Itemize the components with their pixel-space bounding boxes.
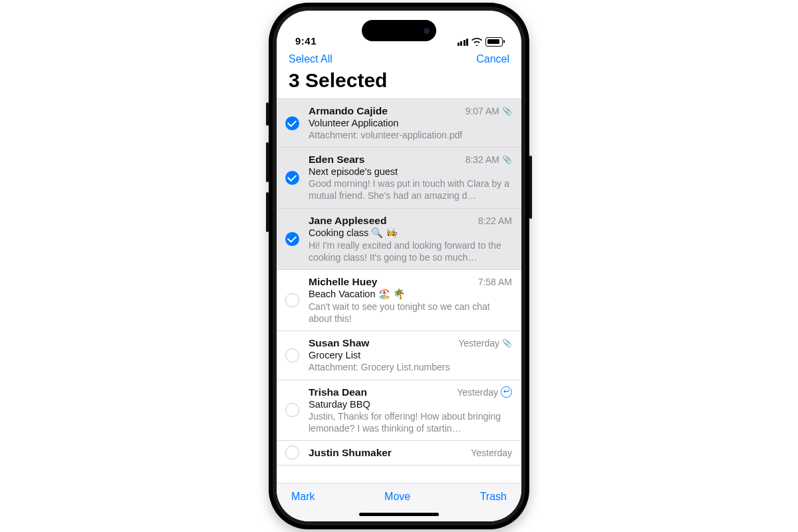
selection-checkbox[interactable] (285, 446, 299, 460)
reply-icon: ↩ (501, 386, 512, 398)
subject-label: Next episode's guest (309, 166, 512, 177)
sender-label: Jane Appleseed (309, 215, 478, 227)
silent-switch (266, 102, 269, 126)
selection-checkbox[interactable] (285, 348, 299, 362)
preview-label: Hi! I'm really excited and looking forwa… (309, 239, 512, 263)
message-list[interactable]: Armando Cajide9:07 AM 📎Volunteer Applica… (277, 98, 521, 483)
subject-label: Saturday BBQ (309, 399, 512, 410)
screen: 9:41 Select All Cancel 3 Selected Armand… (277, 11, 521, 521)
page-title: 3 Selected (277, 66, 521, 98)
select-all-button[interactable]: Select All (289, 53, 332, 65)
attachment-icon: 📎 (502, 155, 512, 164)
side-button (529, 156, 532, 219)
time-label: Yesterday (458, 338, 499, 348)
time-label: 8:32 AM (466, 154, 499, 165)
sender-label: Trisha Dean (309, 386, 457, 398)
preview-label: Justin, Thanks for offering! How about b… (309, 410, 512, 434)
attachment-icon: 📎 (502, 106, 512, 116)
time-label: Yesterday (471, 448, 512, 458)
subject-label: Grocery List (309, 350, 512, 360)
sender-label: Armando Cajide (309, 105, 466, 117)
message-row[interactable]: Michelle Huey7:58 AMBeach Vacation 🏖️ 🌴C… (277, 270, 521, 331)
home-indicator-area (277, 507, 521, 521)
selection-checkbox[interactable] (285, 232, 299, 246)
status-time: 9:41 (295, 35, 317, 47)
sender-label: Susan Shaw (309, 337, 458, 349)
time-label: 8:22 AM (478, 215, 512, 226)
message-row[interactable]: Susan ShawYesterday 📎Grocery ListAttachm… (277, 331, 521, 380)
sender-label: Eden Sears (309, 154, 466, 166)
phone-frame: 9:41 Select All Cancel 3 Selected Armand… (269, 3, 529, 529)
mark-button[interactable]: Mark (291, 491, 315, 503)
preview-label: Attachment: Grocery List.numbers (309, 361, 512, 373)
time-label: 7:58 AM (478, 277, 512, 287)
selection-checkbox[interactable] (285, 171, 299, 185)
dynamic-island (362, 20, 436, 41)
subject-label: Cooking class 🔍 👩‍🍳 (309, 227, 512, 239)
home-indicator[interactable] (359, 513, 439, 516)
preview-label: Attachment: volunteer-application.pdf (309, 129, 512, 141)
message-row[interactable]: Jane Appleseed8:22 AMCooking class 🔍 👩‍🍳… (277, 209, 521, 270)
selection-checkbox[interactable] (285, 293, 299, 307)
time-label: Yesterday (457, 387, 498, 398)
camera-icon (424, 28, 430, 34)
attachment-icon: 📎 (502, 338, 512, 348)
selection-checkbox[interactable] (285, 116, 299, 130)
sender-label: Michelle Huey (309, 276, 478, 288)
message-row[interactable]: Eden Sears8:32 AM 📎Next episode's guestG… (277, 148, 521, 208)
preview-label: Good morning! I was put in touch with Cl… (309, 178, 512, 201)
subject-label: Beach Vacation 🏖️ 🌴 (309, 289, 512, 300)
time-label: 9:07 AM (466, 106, 499, 116)
volume-down-button (266, 192, 269, 232)
message-row[interactable]: Justin ShumakerYesterday (277, 441, 521, 466)
sender-label: Justin Shumaker (309, 447, 471, 459)
trash-button[interactable]: Trash (480, 491, 507, 503)
bottom-toolbar: Mark Move Trash (277, 483, 521, 507)
move-button[interactable]: Move (384, 491, 410, 503)
message-row[interactable]: Armando Cajide9:07 AM 📎Volunteer Applica… (277, 98, 521, 148)
volume-up-button (266, 142, 269, 182)
subject-label: Volunteer Application (309, 118, 512, 128)
wifi-icon (471, 38, 482, 47)
preview-label: Can't wait to see you tonight so we can … (309, 301, 512, 325)
nav-bar: Select All Cancel (277, 49, 521, 66)
selection-checkbox[interactable] (285, 403, 299, 417)
battery-icon (485, 37, 503, 47)
cellular-icon (458, 39, 469, 46)
message-row[interactable]: Trisha DeanYesterday↩Saturday BBQJustin,… (277, 380, 521, 441)
cancel-button[interactable]: Cancel (476, 53, 509, 65)
